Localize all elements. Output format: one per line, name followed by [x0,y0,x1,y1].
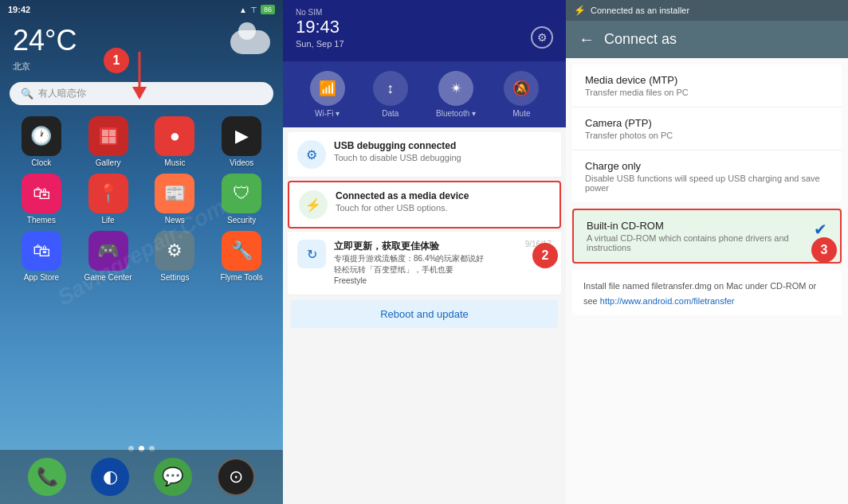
connect-info-box: Install file named filetransfer.dmg on M… [572,270,842,315]
search-icon: 🔍 [21,88,33,100]
connect-as-panel: ⚡ Connected as an installer ← Connect as… [566,0,848,504]
notif-time: 19:43 [296,17,344,37]
clock-icon: 🕐 [22,116,61,156]
ptp-desc: Transfer photos on PC [585,131,829,140]
home-temperature: 24°C [13,24,77,57]
option-charge[interactable]: Charge only Disable USB functions will s… [572,150,842,202]
usb-debug-icon: ⚙ [297,140,326,169]
home-time: 19:42 [8,5,30,14]
app-gallery[interactable]: Gallery [78,116,139,167]
home-location: 北京 [13,61,77,72]
gallery-icon [88,116,128,156]
connected-installer-bar: ⚡ Connected as an installer [566,0,848,21]
wifi-toggle-icon: 📶 [310,71,345,106]
step1-arrow [132,52,147,100]
music-icon: ● [155,116,194,156]
media-device-title: Connected as a media device [336,190,550,201]
back-button[interactable]: ← [579,30,595,49]
home-status-icons: ▲ ⊤ 86 [239,5,275,14]
toggle-data[interactable]: ↕ Data [373,71,408,118]
dock-phone[interactable]: 📞 [28,458,66,496]
data-label: Data [382,109,398,118]
mute-toggle-icon: 🔕 [504,71,539,106]
update-line2: 轻松玩转「百变壁纸」，手机也要 [334,264,552,275]
usb-debug-text: USB debugging connected Touch to disable… [334,140,552,162]
cdrom-title: Built-in CD-ROM [587,220,814,232]
toggle-bluetooth[interactable]: ✴ Bluetooth ▾ [436,71,476,118]
nosim-label: No SIM [296,8,344,17]
app-news[interactable]: 📰 News [145,174,206,225]
option-ptp[interactable]: Camera (PTP) Transfer photos on PC [572,107,842,150]
mute-label: Mute [512,109,530,118]
app-videos[interactable]: ▶ Videos [211,116,272,167]
app-settings[interactable]: ⚙ Settings [145,231,206,282]
app-security[interactable]: 🛡 Security [211,174,272,225]
appstore-icon: 🛍 [22,231,61,271]
wifi-icon: ⊤ [250,6,257,14]
dock-browser[interactable]: ◐ [91,458,129,496]
settings-icon: ⚙ [155,231,194,271]
app-music-label: Music [164,158,185,167]
dock-camera[interactable]: ⊙ [217,458,255,496]
toggle-mute[interactable]: 🔕 Mute [504,71,539,118]
themes-icon: 🛍 [22,174,61,213]
step-2-badge: 2 [532,243,558,268]
app-clock[interactable]: 🕐 Clock [11,116,72,167]
app-themes[interactable]: 🛍 Themes [11,174,72,225]
life-icon: 📍 [88,174,128,213]
app-security-label: Security [227,216,256,225]
wifi-label: Wi-Fi ▾ [315,109,340,118]
app-life[interactable]: 📍 Life [78,174,139,225]
media-device-notif[interactable]: ⚡ Connected as a media device Touch for … [288,181,561,229]
settings-gear-button[interactable]: ⚙ [531,26,553,49]
app-music[interactable]: ● Music [145,116,206,167]
app-settings-label: Settings [160,273,189,282]
app-appstore[interactable]: 🛍 App Store [11,231,72,282]
dock-messages[interactable]: 💬 [154,458,192,496]
step-1-badge: 1 [104,48,129,73]
app-life-label: Life [102,216,115,225]
cdrom-desc: A virtual CD-ROM which contains phone dr… [587,233,814,252]
news-icon: 📰 [155,174,194,213]
connect-options-list: Media device (MTP) Transfer media files … [572,64,842,202]
usb-debug-title: USB debugging connected [334,140,552,151]
connect-as-title: Connect as [604,31,677,48]
app-appstore-label: App Store [24,273,59,282]
app-themes-label: Themes [27,216,56,225]
notif-header: No SIM 19:43 Sun, Sep 17 ⚙ [283,0,566,61]
home-screen-panel: Savingrepair.Com 19:42 ▲ ⊤ 86 1 24°C 北京 … [0,0,283,504]
signal-icon: ▲ [239,6,247,14]
bluetooth-label: Bluetooth ▾ [436,109,476,118]
data-toggle-icon: ↕ [373,71,408,106]
app-videos-label: Videos [230,158,253,167]
app-news-label: News [165,216,185,225]
app-flymetools-label: Flyme Tools [221,273,263,282]
android-link[interactable]: http://www.android.com/filetransfer [600,296,735,306]
battery-icon: 86 [261,5,275,14]
update-line1: 专项提升游戏流畅度：86.4%的玩家都说好 [334,253,552,264]
connect-as-header: ← Connect as [566,21,848,58]
svg-rect-5 [102,137,108,143]
svg-rect-3 [102,130,108,136]
dock-bar: 📞 ◐ 💬 ⊙ [0,450,283,504]
mtp-desc: Transfer media files on PC [585,88,829,97]
toggle-wifi[interactable]: 📶 Wi-Fi ▾ [310,71,345,118]
update-line3: Freestyle [334,275,552,287]
app-gallery-label: Gallery [96,158,121,167]
search-placeholder: 有人暗恋你 [38,87,86,100]
app-clock-label: Clock [31,158,51,167]
update-title: 立即更新，获取更佳体验 [334,240,439,253]
update-notif[interactable]: ↻ 立即更新，获取更佳体验 9/16/17 专项提升游戏流畅度：86.4%的玩家… [288,232,561,295]
cdrom-text: Built-in CD-ROM A virtual CD-ROM which c… [587,220,814,252]
app-flymetools[interactable]: 🔧 Flyme Tools [211,231,272,282]
reboot-update-button[interactable]: Reboot and update [291,300,558,328]
option-mtp[interactable]: Media device (MTP) Transfer media files … [572,64,842,107]
ptp-title: Camera (PTP) [585,117,829,129]
svg-rect-6 [109,137,116,143]
svg-marker-1 [132,87,147,100]
app-gamecenter[interactable]: 🎮 Game Center [78,231,139,282]
usb-debug-notif[interactable]: ⚙ USB debugging connected Touch to disab… [288,132,561,178]
usb-media-icon: ⚡ [299,190,328,219]
option-cdrom-selected[interactable]: Built-in CD-ROM A virtual CD-ROM which c… [572,209,842,264]
flymetools-icon: 🔧 [222,231,261,271]
